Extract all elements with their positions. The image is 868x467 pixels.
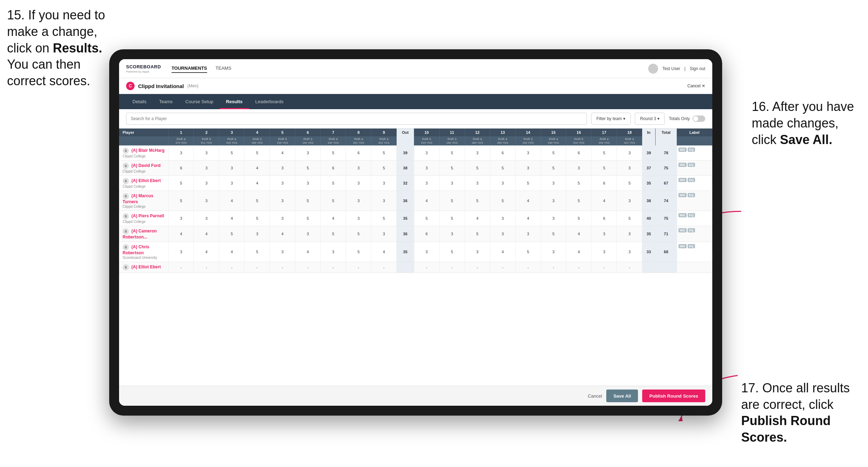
wd-button[interactable]: WD	[678, 148, 687, 152]
score-cell[interactable]: 3	[295, 145, 321, 161]
dq-button[interactable]: DQ	[688, 148, 695, 152]
score-cell[interactable]: -	[465, 262, 490, 273]
score-cell[interactable]: -	[591, 262, 617, 273]
score-cell[interactable]: 3	[346, 161, 371, 176]
score-cell[interactable]: 5	[541, 161, 566, 176]
score-cell[interactable]: -	[414, 262, 439, 273]
score-cell[interactable]: 4	[168, 226, 194, 242]
score-cell[interactable]: 3	[541, 211, 566, 226]
score-cell[interactable]: 6	[591, 211, 617, 226]
score-cell[interactable]: -	[490, 262, 515, 273]
save-all-button[interactable]: Save All	[606, 390, 638, 402]
score-cell[interactable]: 3	[219, 176, 244, 191]
score-cell[interactable]: 5	[439, 145, 465, 161]
score-cell[interactable]: 4	[194, 242, 219, 262]
score-cell[interactable]: 5	[414, 211, 439, 226]
score-cell[interactable]: 5	[566, 211, 591, 226]
score-cell[interactable]: 3	[566, 161, 591, 176]
score-cell[interactable]: 5	[371, 145, 397, 161]
score-cell[interactable]: 5	[566, 191, 591, 211]
wd-button[interactable]: WD	[678, 193, 687, 197]
score-cell[interactable]: 3	[371, 226, 397, 242]
score-cell[interactable]: -	[219, 262, 244, 273]
score-cell[interactable]: 4	[515, 191, 541, 211]
score-cell[interactable]: 3	[168, 211, 194, 226]
score-cell[interactable]: 3	[270, 191, 295, 211]
score-cell[interactable]: 5	[439, 191, 465, 211]
score-cell[interactable]: -	[617, 262, 642, 273]
score-cell[interactable]: 3	[515, 226, 541, 242]
score-cell[interactable]: 5	[219, 226, 244, 242]
score-cell[interactable]: 4	[219, 242, 244, 262]
score-cell[interactable]: 3	[414, 161, 439, 176]
score-cell[interactable]: 4	[270, 226, 295, 242]
score-cell[interactable]: 3	[515, 161, 541, 176]
score-cell[interactable]: 4	[566, 226, 591, 242]
score-cell[interactable]: -	[168, 262, 194, 273]
score-cell[interactable]: -	[194, 262, 219, 273]
score-cell[interactable]: 4	[371, 242, 397, 262]
dq-button[interactable]: DQ	[688, 213, 695, 217]
score-cell[interactable]: 6	[591, 176, 617, 191]
dq-button[interactable]: DQ	[688, 244, 695, 248]
score-cell[interactable]: 3	[194, 161, 219, 176]
score-cell[interactable]: 3	[244, 226, 270, 242]
score-cell[interactable]: 3	[270, 161, 295, 176]
score-cell[interactable]: 3	[490, 211, 515, 226]
wd-button[interactable]: WD	[678, 244, 687, 248]
tab-leaderboards[interactable]: Leaderboards	[249, 94, 290, 109]
score-cell[interactable]: 5	[617, 176, 642, 191]
score-cell[interactable]: 5	[541, 145, 566, 161]
score-cell[interactable]: 3	[541, 191, 566, 211]
tab-results[interactable]: Results	[220, 94, 249, 109]
score-cell[interactable]: 3	[439, 176, 465, 191]
score-cell[interactable]: 4	[219, 211, 244, 226]
score-cell[interactable]: 5	[439, 211, 465, 226]
tab-course-setup[interactable]: Course Setup	[179, 94, 220, 109]
score-cell[interactable]: 4	[194, 226, 219, 242]
score-cell[interactable]: 5	[295, 161, 321, 176]
score-cell[interactable]: 4	[414, 191, 439, 211]
score-cell[interactable]: 5	[515, 176, 541, 191]
totals-toggle-switch[interactable]	[693, 116, 705, 122]
score-cell[interactable]: 5	[566, 176, 591, 191]
nav-tournaments[interactable]: TOURNAMENTS	[172, 64, 207, 73]
score-cell[interactable]: 5	[295, 211, 321, 226]
score-cell[interactable]: 3	[270, 211, 295, 226]
score-cell[interactable]: 5	[219, 145, 244, 161]
score-cell[interactable]: 3	[617, 161, 642, 176]
score-cell[interactable]: -	[371, 262, 397, 273]
score-cell[interactable]: 3	[194, 176, 219, 191]
score-cell[interactable]: 4	[465, 211, 490, 226]
score-cell[interactable]: 3	[270, 176, 295, 191]
round-selector-button[interactable]: Round 3 ▾	[635, 113, 665, 125]
score-cell[interactable]: 3	[490, 176, 515, 191]
score-cell[interactable]: 4	[295, 242, 321, 262]
score-cell[interactable]: 5	[541, 226, 566, 242]
score-cell[interactable]: 5	[465, 191, 490, 211]
score-cell[interactable]: 6	[566, 145, 591, 161]
score-cell[interactable]: 4	[321, 211, 346, 226]
score-cell[interactable]: 3	[346, 176, 371, 191]
nav-teams[interactable]: TEAMS	[216, 64, 231, 73]
score-cell[interactable]: 3	[541, 242, 566, 262]
search-input[interactable]	[126, 113, 587, 125]
score-cell[interactable]: -	[270, 262, 295, 273]
wd-button[interactable]: WD	[678, 178, 687, 182]
score-cell[interactable]: 3	[414, 176, 439, 191]
score-cell[interactable]: 5	[439, 161, 465, 176]
score-cell[interactable]: -	[244, 262, 270, 273]
dq-button[interactable]: DQ	[688, 178, 695, 182]
score-cell[interactable]: 3	[194, 191, 219, 211]
score-cell[interactable]: -	[515, 262, 541, 273]
score-cell[interactable]: 3	[346, 191, 371, 211]
score-cell[interactable]: 4	[490, 242, 515, 262]
score-cell[interactable]: 4	[270, 145, 295, 161]
score-cell[interactable]: 3	[194, 145, 219, 161]
score-cell[interactable]: 3	[270, 242, 295, 262]
score-cell[interactable]: 5	[591, 161, 617, 176]
score-cell[interactable]: 4	[244, 161, 270, 176]
score-cell[interactable]: 3	[490, 226, 515, 242]
footer-cancel[interactable]: Cancel	[588, 393, 602, 399]
score-cell[interactable]: 4	[244, 176, 270, 191]
